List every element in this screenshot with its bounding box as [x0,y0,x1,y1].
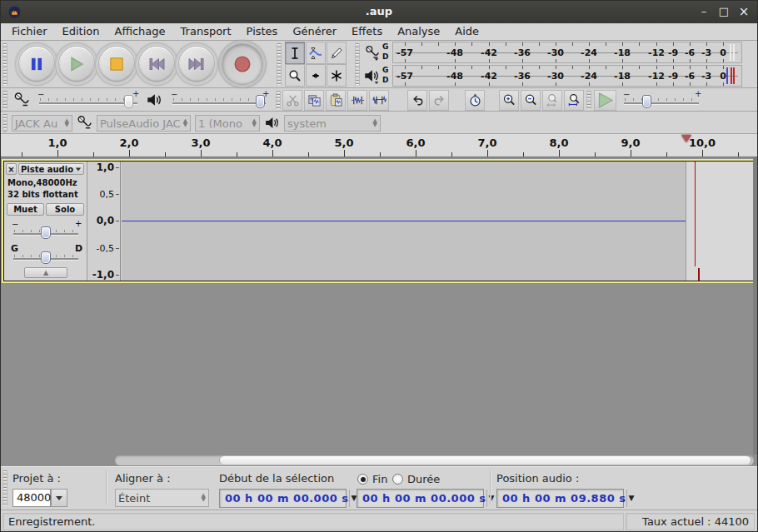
mute-button[interactable]: Muet [7,203,44,216]
meter-dropdown-icon[interactable] [375,82,379,84]
vertical-ruler[interactable]: 1,00,50,0-0,5-1,0 [87,162,121,281]
menu-item-7[interactable]: Effets [344,23,390,40]
skip-start-icon [147,55,166,73]
gain-thumb[interactable] [41,226,51,239]
track-collapse-button[interactable]: ▲ [24,267,67,278]
close-button[interactable]: × [736,4,752,19]
zoom-out-button[interactable] [521,90,541,111]
cut-button[interactable] [282,90,302,111]
selection-toolbar-grip[interactable] [2,470,7,505]
solo-button[interactable]: Solo [46,203,84,216]
playback-speed-thumb[interactable] [642,95,651,108]
title-bar[interactable]: .aup – □ × [1,1,757,23]
menu-item-2[interactable]: Edition [55,23,107,40]
playback-volume-thumb[interactable] [256,95,265,108]
skip-end-button[interactable] [179,47,214,82]
undo-button[interactable] [407,90,427,111]
pause-button[interactable] [19,47,54,82]
mixer-toolbar-grip[interactable] [2,91,7,109]
copy-button[interactable] [304,90,324,111]
menu-item-9[interactable]: Aide [447,23,486,40]
meter-tick [471,66,472,69]
zoom-fit-project-button[interactable] [564,90,584,111]
zoom-tool-button[interactable] [285,64,305,87]
timeline-tick [308,152,309,157]
track-name-dropdown[interactable]: Piste audio [18,163,84,175]
project-rate-dropdown-button[interactable] [51,489,67,507]
timeline-tick [22,152,22,157]
recording-meter[interactable]: G D -57-48-42-36-30-24-18-12-9-6-30 [362,41,744,64]
menu-item-1[interactable]: Fichier [4,23,55,40]
transcription-toolbar-grip[interactable] [586,91,591,109]
horizontal-scrollbar-thumb[interactable] [219,455,751,465]
recording-device-combo[interactable]: PulseAudio JAC ▲▼ [97,115,191,132]
multi-tool-button[interactable] [327,64,347,87]
duration-radio[interactable]: Durée [392,473,440,485]
recording-volume-ticks [40,98,137,101]
play-at-speed-button[interactable] [594,90,616,111]
timeline-ruler[interactable]: 1,02,03,04,05,06,07,08,09,010,0 [1,134,757,157]
playback-volume-slider[interactable] [172,102,266,104]
skip-start-button[interactable] [139,47,174,82]
maximize-button[interactable]: □ [716,4,732,19]
edit-toolbar-grip[interactable] [276,91,281,109]
menu-item-4[interactable]: Transport [173,23,239,40]
minimize-button[interactable]: – [696,4,712,19]
device-toolbar-grip[interactable] [2,114,7,132]
meter-toolbar-grip[interactable] [355,43,360,86]
transport-toolbar-grip[interactable] [2,43,7,86]
timefield-dropdown-icon[interactable]: ▼ [626,490,635,507]
tools-toolbar-grip[interactable] [277,43,282,86]
play-button[interactable] [59,47,94,82]
playback-device-combo[interactable]: system ▲▼ [284,115,381,132]
trim-button[interactable] [347,90,367,111]
paste-button[interactable] [326,90,346,111]
envelope-tool-button[interactable] [306,42,326,64]
snap-to-combo[interactable]: Éteint ▲▼ [115,489,209,507]
timeshift-tool-button[interactable] [306,64,326,87]
waveform-display[interactable] [122,162,755,281]
vruler-tick [116,167,119,168]
vertical-scrollbar[interactable] [753,157,758,455]
recording-volume-slider[interactable] [39,102,137,104]
timeline-tick [738,152,739,157]
menu-item-8[interactable]: Analyse [390,23,447,40]
meter-dropdown-icon[interactable] [375,58,379,61]
selection-end-field[interactable]: 00 h 00 m 00.000 s ▼ [357,489,484,508]
redo-button[interactable] [429,90,449,111]
playback-speed-slider[interactable] [624,102,699,104]
draw-tool-button[interactable] [327,42,347,64]
recording-volume-thumb[interactable] [124,95,133,108]
selection-tool-button[interactable] [285,42,305,64]
audio-track-inner: × Piste audio Mono,48000Hz 32 bits flott… [3,161,754,281]
playback-meter[interactable]: G D -57-48-42-36-30-24-18-12-9-6-30 [362,64,744,87]
selection-start-field[interactable]: 00 h 00 m 00.000 s ▼ [219,489,347,508]
pan-left-label: G [11,243,18,254]
menu-item-6[interactable]: Générer [285,23,344,40]
track-close-button[interactable]: × [6,163,17,175]
pan-thumb[interactable] [41,251,51,264]
silence-icon [372,93,386,107]
end-radio[interactable]: Fin [357,473,387,485]
horizontal-scrollbar-track[interactable] [115,455,754,465]
meter-end-bar [730,44,731,61]
menu-item-5[interactable]: Pistes [239,23,286,40]
silence-button[interactable] [369,90,389,111]
menu-item-3[interactable]: Affichage [107,23,172,40]
status-message: Enregistrement. [8,515,95,528]
record-button[interactable] [222,44,262,84]
recording-channels-combo[interactable]: 1 (Mono ▲▼ [195,115,260,132]
audio-position-field[interactable]: 00 h 00 m 09.880 s ▼ [496,489,624,508]
meter-tick [690,66,691,69]
meter-tick [522,82,523,86]
track-format-line2: 32 bits flottant [7,190,78,199]
zoom-in-button[interactable] [499,90,519,111]
project-rate-input[interactable]: 48000 [12,489,51,507]
stop-button[interactable] [99,47,134,82]
audio-track[interactable]: × Piste audio Mono,48000Hz 32 bits flott… [2,159,756,283]
zoom-fit-selection-button[interactable] [542,90,562,111]
synclock-button[interactable] [465,90,485,111]
audio-host-combo[interactable]: JACK Au ▲▼ [12,115,72,132]
meter-tick [556,66,556,69]
timefield-dropdown-icon[interactable]: ▼ [349,490,357,507]
